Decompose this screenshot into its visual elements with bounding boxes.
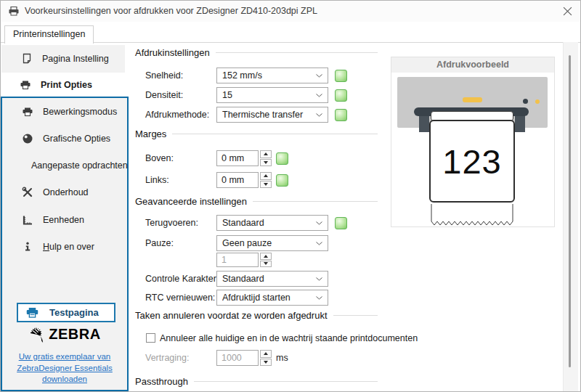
pause-count-input: 1: [216, 253, 259, 267]
control-chars-label: Controle Karakters:: [145, 274, 224, 284]
sidebar-item-hulp-en-over[interactable]: Hulp en over: [2, 233, 126, 260]
printer-indicator-stripe: [463, 97, 482, 102]
test-page-button-label: Testpagina: [49, 307, 99, 318]
density-select[interactable]: 15: [216, 87, 328, 103]
delay-stepper: [260, 350, 272, 366]
section-divider: [172, 134, 378, 134]
sidebar-item-pagina-instelling[interactable]: Pagina Instelling: [1, 45, 125, 73]
sidebar-item-onderhoud[interactable]: Onderhoud: [2, 179, 126, 205]
rtc-refresh-select[interactable]: Afdruktijd starten: [216, 290, 328, 306]
sidebar-item-label: Grafische Opties: [43, 134, 110, 144]
rtc-refresh-label: RTC vernieuwen:: [145, 293, 215, 303]
close-icon[interactable]: [563, 7, 572, 16]
sidebar-item-label: Onderhoud: [43, 187, 89, 197]
zebra-logo: ZEBRA: [2, 326, 127, 343]
step-up-button: [260, 253, 272, 260]
sidebar-item-eenheden[interactable]: Eenheden: [2, 206, 126, 233]
sidebar-item-label: Bewerkingsmodus: [43, 107, 117, 117]
zebra-head-icon: [28, 326, 45, 343]
section-advanced: Geavanceerde instellingen: [135, 196, 378, 207]
zebra-download-link[interactable]: Uw gratis exemplaar van ZebraDesigner Es…: [2, 351, 127, 385]
step-down-button: [260, 261, 272, 268]
margin-left-stepper: [260, 172, 272, 188]
speed-status-led: [335, 70, 347, 82]
window-title: Voorkeursinstellingen voor afdrukken voo…: [25, 0, 317, 22]
speed-select[interactable]: 152 mm/s: [216, 68, 328, 83]
chevron-down-icon: [316, 74, 322, 78]
margin-left-input[interactable]: 0 mm: [216, 172, 259, 188]
step-down-button: [260, 359, 272, 367]
print-method-select[interactable]: Thermische transfer: [216, 107, 328, 123]
chevron-down-icon: [316, 242, 322, 245]
label-tear-strip: [431, 204, 513, 226]
margin-top-input[interactable]: 0 mm: [216, 150, 259, 166]
ruler-icon: [22, 214, 33, 226]
title-bar: Voorkeursinstellingen voor afdrukken voo…: [0, 0, 581, 22]
sidebar-item-aangepaste-opdrachten[interactable]: Aangepaste opdrachten: [2, 152, 126, 179]
section-title: Afdrukinstellingen: [135, 47, 210, 58]
printer-button-dot: [523, 99, 528, 104]
preview-title: Afdrukvoorbeeld: [391, 57, 554, 73]
margin-top-status-led: [276, 152, 288, 165]
density-status-led: [335, 89, 347, 102]
sidebar-item-label: Aangepaste opdrachten: [31, 160, 128, 171]
backfeed-label: Terugvoeren:: [145, 218, 198, 228]
sidebar-item-bewerkingsmodus[interactable]: Bewerkingsmodus: [2, 98, 126, 125]
sidebar-lower-panel: Bewerkingsmodus Grafische Opties Aangepa…: [1, 97, 129, 391]
step-down-button[interactable]: [260, 159, 272, 167]
section-title: Geavanceerde instellingen: [135, 196, 247, 207]
tab-label: Printerinstellingen: [13, 29, 85, 39]
scrollbar-thumb[interactable]: [569, 55, 571, 367]
section-title: Passthrough: [135, 376, 188, 387]
test-page-button[interactable]: Testpagina: [17, 303, 115, 322]
delay-unit-label: ms: [276, 353, 288, 363]
printer-icon: [20, 79, 31, 91]
printer-led-dot: [535, 99, 540, 104]
printer-icon: [8, 5, 20, 17]
sidebar-item-print-opties[interactable]: Print Opties: [0, 73, 129, 97]
pause-select[interactable]: Geen pauze: [216, 235, 328, 251]
delay-label: Vertraging:: [145, 353, 189, 363]
sidebar-item-grafische-opties[interactable]: Grafische Opties: [2, 125, 126, 152]
step-up-button[interactable]: [260, 172, 272, 180]
step-up-button[interactable]: [260, 150, 272, 158]
section-passthrough: Passthrough: [135, 376, 378, 387]
print-method-status-led: [335, 109, 347, 121]
section-divider: [333, 315, 378, 316]
backfeed-select[interactable]: Standaard: [216, 215, 328, 231]
pause-label: Pauze:: [145, 238, 174, 248]
section-print-settings: Afdrukinstellingen: [135, 47, 378, 58]
chevron-down-icon: [316, 113, 322, 117]
tab-printerinstellingen[interactable]: Printerinstellingen: [4, 25, 94, 44]
printer-icon: [22, 106, 33, 118]
print-preview-panel: Afdrukvoorbeeld 123: [391, 57, 555, 227]
step-down-button[interactable]: [260, 181, 272, 189]
chevron-down-icon: [316, 296, 322, 300]
print-method-label: Afdrukmethode:: [145, 110, 209, 120]
section-divider: [194, 381, 378, 382]
backfeed-status-led: [335, 217, 347, 229]
cancel-jobs-checkbox[interactable]: [146, 333, 155, 343]
sidebar-item-label: Print Opties: [41, 80, 92, 90]
section-divider: [253, 201, 378, 202]
density-label: Densiteit:: [145, 90, 183, 100]
info-icon: [22, 241, 33, 253]
tools-icon: [22, 187, 33, 198]
control-chars-select[interactable]: Standaard: [216, 271, 328, 287]
sidebar-item-label: Eenheden: [43, 215, 84, 225]
speed-label: Snelheid:: [145, 70, 183, 81]
cancel-jobs-checkbox-label: Annuleer alle huidige en in de wachtrij …: [160, 333, 418, 343]
margin-left-label: Links:: [145, 175, 169, 185]
page-icon: [21, 53, 33, 65]
delay-input: 1000: [216, 350, 259, 366]
margin-left-status-led: [276, 174, 288, 187]
section-divider: [216, 52, 378, 53]
section-title: Marges: [135, 128, 166, 139]
printer-icon: [25, 306, 39, 319]
zebra-wordmark: ZEBRA: [49, 326, 100, 343]
chevron-down-icon: [316, 221, 322, 225]
chevron-down-icon: [316, 277, 322, 281]
section-margins: Marges: [135, 128, 378, 139]
label-preview: 123: [429, 120, 515, 203]
graphics-ball-icon: [22, 133, 33, 144]
